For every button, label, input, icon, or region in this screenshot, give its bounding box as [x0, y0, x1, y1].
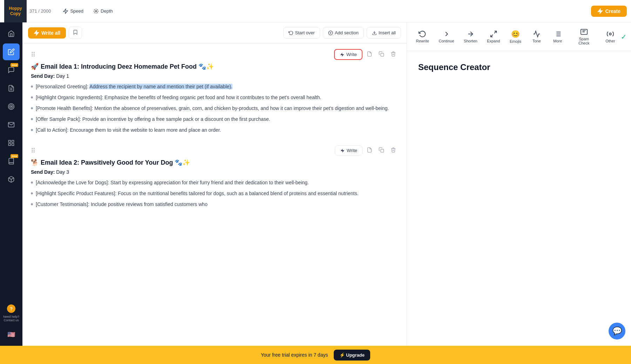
trial-bar: Your free trial expires in 7 days ⚡ Upgr…	[0, 346, 631, 364]
app-logo: HoppyCopy	[4, 0, 27, 22]
expand-icon	[490, 30, 497, 38]
ai-expand-button[interactable]: Expand	[482, 27, 505, 46]
sidebar-item-target[interactable]	[3, 98, 20, 115]
delete-button-2[interactable]	[388, 145, 398, 156]
email-2-title: 🐕 Email Idea 2: Pawsitively Good for You…	[31, 159, 398, 166]
delete-button-1[interactable]	[388, 49, 398, 60]
bullet-1-5: [Call to Action]: Encourage them to visi…	[31, 126, 398, 134]
new-badge-library: new	[11, 154, 18, 158]
svg-point-5	[11, 106, 12, 107]
other-icon	[606, 30, 614, 38]
sidebar-nav: new new	[3, 22, 20, 300]
upgrade-button[interactable]: ⚡ Upgrade	[334, 350, 370, 360]
editor-toolbar: Write all Start over Add section Insert …	[22, 22, 407, 43]
ai-tone-button[interactable]: Tone	[526, 27, 547, 46]
sidebar-item-apps[interactable]	[3, 135, 20, 151]
trial-text: Your free trial expires in 7 days	[261, 352, 328, 358]
add-icon	[328, 30, 333, 35]
bullet-1-3: [Promote Health Benefits]: Mention the a…	[31, 105, 398, 112]
bullet-dot	[31, 96, 33, 98]
svg-rect-6	[9, 140, 11, 143]
bullet-2-1: [Acknowledge the Love for Dogs]: Start b…	[31, 179, 398, 186]
copy-icon-1	[379, 51, 384, 57]
ai-rewrite-button[interactable]: Rewrite	[411, 27, 434, 46]
svg-point-3	[8, 104, 14, 110]
ai-continue-button[interactable]: Continue	[434, 27, 459, 46]
ai-toolbar: Rewrite Continue Shorten Expand 😊 Emojis	[407, 22, 631, 51]
box-icon	[8, 176, 15, 183]
svg-rect-16	[381, 149, 384, 152]
sidebar-item-box[interactable]	[3, 171, 20, 188]
email-2-send-day: Send Day: Day 3	[31, 169, 398, 175]
top-bar-left: 371 / 2000 Speed Depth	[29, 6, 116, 16]
speed-button[interactable]: Speed	[59, 6, 87, 16]
drag-handle-2[interactable]: ⠿	[31, 147, 35, 154]
word-count: 371 / 2000	[29, 8, 51, 14]
new-badge-chat: new	[11, 63, 18, 67]
sidebar-item-email[interactable]	[3, 116, 20, 133]
section-1-actions: ⠿ Write	[31, 49, 398, 60]
email-1-send-day: Send Day: Day 1	[31, 73, 398, 79]
add-section-button[interactable]: Add section	[323, 27, 364, 39]
sequence-panel: Sequence Creator	[407, 51, 631, 364]
depth-button[interactable]: Depth	[90, 6, 116, 16]
ai-spam-check-button[interactable]: Spam Check	[568, 25, 600, 48]
copy-button-2[interactable]	[376, 145, 386, 156]
sidebar-item-editor[interactable]	[3, 43, 20, 60]
sidebar-item-home[interactable]	[3, 25, 20, 42]
write-all-button[interactable]: Write all	[28, 27, 66, 39]
write-button-1[interactable]: Write	[334, 49, 362, 60]
help-question: ?	[7, 304, 15, 313]
editor: ⠿ Write 🚀	[22, 43, 407, 364]
export-button-2[interactable]	[365, 145, 374, 156]
export-button-1[interactable]	[365, 49, 374, 60]
bullet-dot	[31, 107, 33, 109]
bullet-dot	[31, 192, 33, 194]
bullet-1-1: [Personalized Greeting]: Address the rec…	[31, 83, 398, 90]
export-icon-2	[367, 147, 372, 153]
sidebar-item-library[interactable]: new	[3, 153, 20, 170]
top-bar-controls: Speed Depth	[59, 6, 116, 16]
insert-all-button[interactable]: Insert all	[367, 27, 401, 39]
sidebar-item-chat[interactable]: new	[3, 62, 20, 78]
bullet-1-2: [Highlight Organic Ingredients]: Emphasi…	[31, 94, 398, 101]
sidebar-item-document[interactable]	[3, 80, 20, 97]
top-bar: HoppyCopy 371 / 2000 Speed Depth Create	[0, 0, 631, 22]
sidebar-flag[interactable]: 🇺🇸	[3, 326, 20, 343]
sidebar-help-button[interactable]: ? Need help?Contact us	[0, 303, 22, 325]
bullet-dot	[31, 85, 33, 88]
ai-more-button[interactable]: More	[547, 27, 568, 46]
ai-emojis-button[interactable]: 😊 Emojis	[505, 27, 526, 46]
section-1: ⠿ Write 🚀	[31, 49, 398, 134]
ai-other-button[interactable]: Other	[600, 27, 621, 46]
drag-handle-1[interactable]: ⠿	[31, 51, 35, 59]
copy-button-1[interactable]	[376, 49, 386, 60]
write-icon-1	[340, 52, 345, 57]
create-icon	[597, 8, 603, 14]
email-1-bullets: [Personalized Greeting]: Address the rec…	[31, 83, 398, 134]
document-icon	[8, 85, 15, 92]
write-button-2[interactable]: Write	[335, 145, 362, 156]
create-button[interactable]: Create	[591, 6, 627, 17]
trash-icon-2	[391, 147, 396, 153]
refresh-icon	[289, 30, 293, 35]
content-area: Write all Start over Add section Insert …	[22, 22, 407, 364]
home-icon	[8, 30, 15, 37]
bookmark-icon	[73, 29, 78, 35]
bookmark-button[interactable]	[69, 27, 82, 39]
spam-icon	[580, 28, 588, 36]
ai-shorten-button[interactable]: Shorten	[459, 27, 482, 46]
tone-icon	[533, 30, 541, 38]
check-icon: ✓	[621, 33, 627, 41]
start-over-button[interactable]: Start over	[283, 27, 320, 39]
continue-icon	[443, 30, 450, 38]
svg-point-0	[95, 11, 97, 12]
highlighted-text: Address the recipient by name and mentio…	[89, 84, 232, 89]
sequence-title: Sequence Creator	[418, 62, 620, 72]
svg-line-18	[494, 31, 496, 33]
svg-line-19	[491, 35, 493, 37]
chat-bubble[interactable]: 💬	[609, 323, 625, 339]
svg-point-27	[609, 33, 611, 35]
depth-icon	[93, 8, 99, 14]
emojis-icon: 😊	[511, 30, 520, 38]
